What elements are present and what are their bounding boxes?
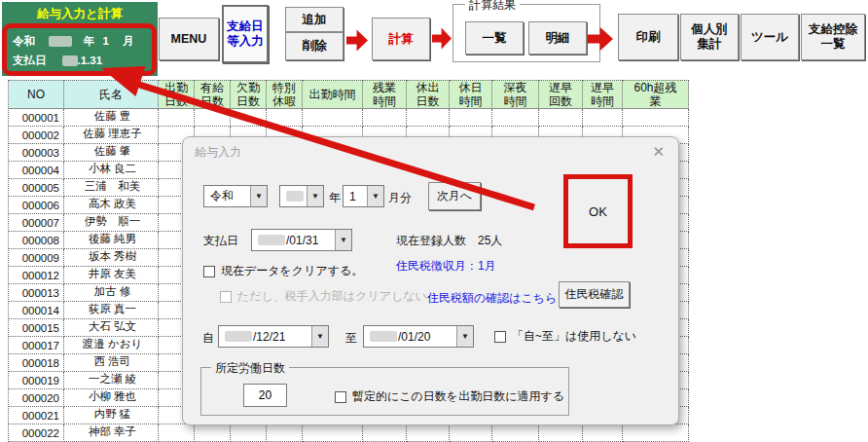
cell-no[interactable]: 000017 — [9, 337, 64, 354]
personal-summary-button[interactable]: 個人別 集計 — [680, 14, 739, 60]
payday-select[interactable]: /01/31 ▼ — [251, 229, 352, 251]
delete-button[interactable]: 削除 — [285, 32, 344, 60]
cell-no[interactable]: 000021 — [9, 407, 64, 424]
menu-button[interactable]: MENU — [159, 18, 219, 60]
cell-empty[interactable] — [407, 109, 450, 127]
cell-name[interactable]: 荻原 真一 — [64, 302, 159, 319]
list-button[interactable]: 一覧 — [465, 21, 524, 55]
cell-name[interactable]: 井原 友美 — [64, 267, 159, 284]
column-header: 60h超残 業 — [623, 80, 689, 109]
range-disable-checkbox[interactable]: 「自~至」は使用しない — [494, 328, 636, 345]
cell-empty[interactable] — [623, 109, 689, 127]
cell-name[interactable]: 神部 幸子 — [64, 424, 159, 442]
resident-tax-confirm-button[interactable]: 住民税確認 — [559, 281, 630, 308]
keep-tax-input-checkbox[interactable]: ただし、税手入力部はクリアしない — [220, 288, 427, 305]
close-icon[interactable]: ✕ — [652, 143, 665, 161]
cell-empty[interactable] — [195, 109, 231, 127]
cell-empty[interactable] — [267, 424, 303, 442]
cell-empty[interactable] — [303, 109, 363, 127]
cell-no[interactable]: 000019 — [9, 372, 64, 389]
cell-no[interactable]: 000020 — [9, 389, 64, 407]
to-date-select[interactable]: /01/20 ▼ — [363, 325, 474, 348]
cell-name[interactable]: 一之瀬 綾 — [64, 372, 159, 389]
cell-empty[interactable] — [363, 424, 407, 442]
cell-name[interactable]: 内野 猛 — [64, 407, 159, 424]
cell-name[interactable]: 後藤 純男 — [64, 232, 159, 249]
cell-empty[interactable] — [195, 424, 231, 442]
cell-name[interactable]: 西 浩司 — [64, 354, 159, 372]
payday-input-button[interactable]: 支給日 等入力 — [222, 5, 269, 63]
ok-button[interactable]: OK — [589, 204, 607, 219]
cell-empty[interactable] — [303, 424, 363, 442]
deduction-list-button[interactable]: 支給控除 一覧 — [801, 14, 865, 60]
era-select[interactable]: 令和 ▼ — [203, 185, 268, 207]
cell-no[interactable]: 000004 — [9, 162, 64, 179]
cell-no[interactable]: 000012 — [9, 267, 64, 284]
cell-no[interactable]: 000013 — [9, 284, 64, 302]
month-select[interactable]: 1 ▼ — [343, 185, 384, 207]
cell-empty[interactable] — [539, 109, 583, 127]
cell-empty[interactable] — [583, 424, 623, 442]
cell-name[interactable]: 大石 弘文 — [64, 319, 159, 337]
cell-no[interactable]: 000007 — [9, 214, 64, 232]
cell-empty[interactable] — [407, 424, 450, 442]
workdays-input[interactable] — [243, 384, 287, 407]
cell-name[interactable]: 伊勢 順一 — [64, 214, 159, 232]
cell-name[interactable]: 坂本 秀樹 — [64, 249, 159, 267]
cell-name[interactable]: 加古 修 — [64, 284, 159, 302]
cell-no[interactable]: 000002 — [9, 127, 64, 144]
cell-no[interactable]: 000008 — [9, 232, 64, 249]
cell-empty[interactable] — [492, 109, 539, 127]
cell-no[interactable]: 000018 — [9, 354, 64, 372]
column-header: NO — [9, 80, 64, 109]
column-header: 氏名 — [64, 80, 159, 109]
cell-name[interactable]: 髙木 政美 — [64, 197, 159, 214]
salary-input-dialog: 給与入力 ✕ 令和 ▼ ▼ 年 1 ▼ 月分 次月へ OK 支払日 /01/31… — [182, 136, 679, 425]
cell-no[interactable]: 000014 — [9, 302, 64, 319]
cell-name[interactable]: 小柳 雅也 — [64, 389, 159, 407]
cell-no[interactable]: 000022 — [9, 424, 64, 442]
print-button[interactable]: 印刷 — [618, 14, 678, 60]
cell-empty[interactable] — [231, 109, 267, 127]
tools-button[interactable]: ツール — [741, 14, 799, 60]
flow-arrow-icon — [432, 26, 452, 51]
cell-no[interactable]: 000015 — [9, 319, 64, 337]
checkbox-icon — [494, 331, 506, 343]
cell-name[interactable]: 渡邉 かおり — [64, 337, 159, 354]
cell-empty[interactable] — [623, 424, 689, 442]
cell-name[interactable]: 佐藤 豊 — [64, 109, 159, 127]
clear-data-checkbox[interactable]: 現在データをクリアする。 — [203, 263, 363, 279]
cell-empty[interactable] — [267, 109, 303, 127]
from-date-select[interactable]: /12/21 ▼ — [218, 325, 329, 348]
cell-empty[interactable] — [231, 424, 267, 442]
cell-empty[interactable] — [492, 424, 539, 442]
cell-empty[interactable] — [450, 424, 492, 442]
next-month-button[interactable]: 次月へ — [428, 182, 481, 210]
table-row: 000022神部 幸子 — [9, 424, 689, 442]
cell-no[interactable]: 000001 — [9, 109, 64, 127]
add-button[interactable]: 追加 — [285, 7, 344, 32]
cell-empty[interactable] — [583, 109, 623, 127]
apply-workdays-checkbox[interactable]: 暫定的にこの日数を出勤日数に適用する — [335, 388, 564, 405]
year-select[interactable]: ▼ — [279, 185, 324, 207]
cell-empty[interactable] — [159, 424, 195, 442]
cell-no[interactable]: 000005 — [9, 179, 64, 197]
cell-no[interactable]: 000003 — [9, 144, 64, 162]
column-header: 休日 時間 — [450, 80, 492, 109]
resident-tax-link[interactable]: 住民税額の確認はこちら→ — [427, 290, 568, 307]
cell-no[interactable]: 000006 — [9, 197, 64, 214]
cell-no[interactable]: 000009 — [9, 249, 64, 267]
cell-empty[interactable] — [450, 109, 492, 127]
detail-button[interactable]: 明細 — [528, 21, 587, 55]
cell-name[interactable]: 佐藤 理恵子 — [64, 127, 159, 144]
cell-name[interactable]: 三浦 和美 — [64, 179, 159, 197]
cell-name[interactable]: 小林 良二 — [64, 162, 159, 179]
cell-name[interactable]: 佐藤 肇 — [64, 144, 159, 162]
cell-empty[interactable] — [363, 109, 407, 127]
cell-empty[interactable] — [539, 424, 583, 442]
cell-empty[interactable] — [159, 109, 195, 127]
dropdown-arrow-icon: ▼ — [456, 326, 473, 347]
redacted-value — [258, 235, 285, 245]
calc-button[interactable]: 計算 — [372, 18, 430, 60]
page-title: 給与入力と計算 — [2, 2, 158, 22]
